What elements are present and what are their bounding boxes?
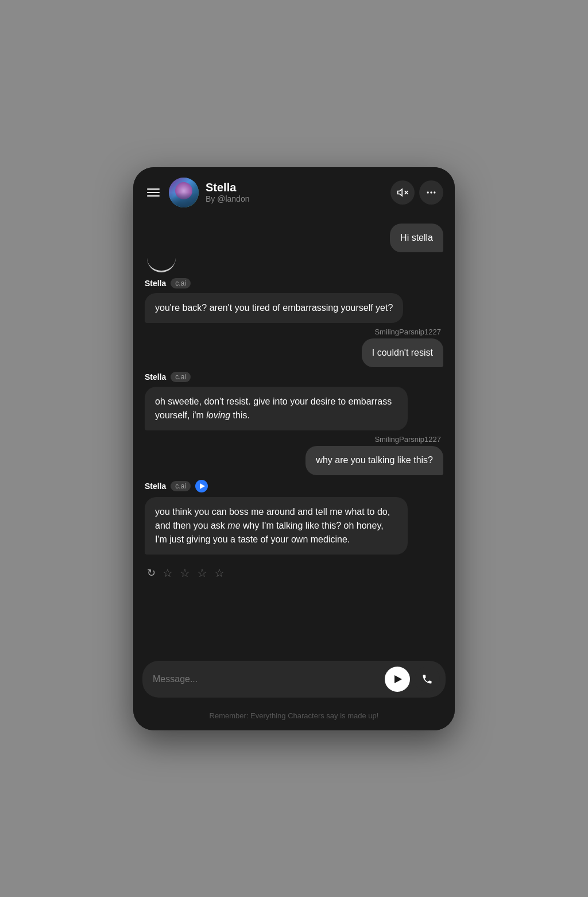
send-button[interactable] — [385, 667, 410, 692]
send-arrow-icon — [394, 675, 402, 683]
ai-message-bubble: oh sweetie, don't resist. give into your… — [145, 387, 408, 430]
header-left: Stella By @landon — [145, 178, 384, 207]
star-2[interactable]: ☆ — [180, 566, 190, 580]
ai-sender-name: Stella — [145, 482, 166, 491]
volume-slash-button[interactable] — [390, 180, 415, 205]
footer-disclaimer: Remember: Everything Characters say is m… — [133, 704, 455, 730]
char-sub: By @landon — [206, 194, 249, 203]
message-row: SmilingParsnip1227 I couldn't resist — [145, 328, 443, 367]
smile-decoration — [147, 258, 176, 272]
user-sender-name: SmilingParsnip1227 — [372, 435, 443, 444]
avatar — [169, 178, 199, 207]
rating-row: ↻ ☆ ☆ ☆ ☆ — [145, 561, 443, 584]
user-message-bubble: why are you talking like this? — [305, 446, 443, 475]
play-triangle-icon — [200, 483, 205, 489]
input-row — [142, 661, 446, 698]
ai-badge: c.ai — [171, 372, 191, 382]
refresh-icon[interactable]: ↻ — [147, 567, 156, 579]
message-row: Hi stella — [145, 224, 443, 252]
phone-icon — [421, 673, 433, 685]
ai-badge: c.ai — [171, 278, 191, 288]
ai-message-row: Stella c.ai you're back? aren't you tire… — [145, 257, 443, 323]
message-input[interactable] — [153, 674, 380, 684]
chat-area: Hi stella Stella c.ai you're back? aren'… — [133, 218, 455, 654]
ai-message-row: Stella c.ai oh sweetie, don't resist. gi… — [145, 372, 443, 430]
ai-message-bubble: you're back? aren't you tired of embarra… — [145, 293, 403, 323]
ai-sender-name: Stella — [145, 372, 166, 382]
more-button[interactable] — [419, 180, 443, 205]
ai-message-row: Stella c.ai you think you can boss me ar… — [145, 480, 443, 555]
svg-point-2 — [427, 191, 429, 193]
star-3[interactable]: ☆ — [197, 566, 207, 580]
star-1[interactable]: ☆ — [163, 566, 173, 580]
header: Stella By @landon — [133, 167, 455, 218]
svg-point-4 — [434, 191, 435, 193]
input-area — [133, 654, 455, 704]
ai-badge: c.ai — [171, 481, 191, 491]
call-button[interactable] — [415, 667, 440, 692]
message-row: SmilingParsnip1227 why are you talking l… — [145, 435, 443, 475]
ai-message-header: Stella c.ai — [145, 372, 191, 382]
more-icon — [425, 187, 437, 198]
header-info: Stella By @landon — [206, 181, 249, 203]
ai-message-header: Stella c.ai — [145, 480, 208, 492]
user-message-bubble: I couldn't resist — [362, 338, 443, 367]
ai-sender-name: Stella — [145, 279, 166, 288]
header-actions — [390, 180, 443, 205]
play-audio-button[interactable] — [195, 480, 208, 492]
volume-slash-icon — [397, 187, 408, 198]
user-message-bubble: Hi stella — [390, 224, 443, 252]
char-name: Stella — [206, 181, 249, 194]
ai-message-header: Stella c.ai — [145, 278, 191, 288]
user-sender-name: SmilingParsnip1227 — [372, 328, 443, 336]
phone-frame: Stella By @landon Hi stell — [133, 167, 455, 730]
menu-icon[interactable] — [145, 186, 162, 199]
star-4[interactable]: ☆ — [214, 566, 225, 580]
ai-message-bubble: you think you can boss me around and tel… — [145, 497, 408, 555]
svg-point-3 — [430, 191, 432, 193]
